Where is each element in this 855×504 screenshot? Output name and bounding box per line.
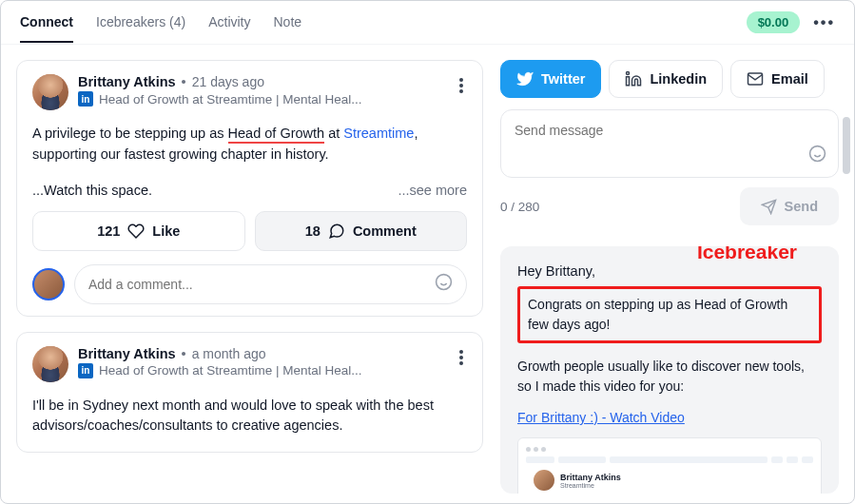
avatar[interactable] bbox=[32, 74, 68, 110]
avatar[interactable] bbox=[32, 346, 68, 382]
emoji-icon[interactable] bbox=[808, 145, 826, 167]
preview-greeting: Hey Brittany, bbox=[517, 263, 822, 279]
video-thumbnail[interactable]: Brittany Atkins Streamtime bbox=[517, 437, 822, 494]
comment-input-box[interactable] bbox=[74, 264, 467, 304]
post-menu-button[interactable] bbox=[456, 346, 467, 369]
tab-icebreakers[interactable]: Icebreakers (4) bbox=[96, 3, 185, 43]
channel-linkedin[interactable]: Linkedin bbox=[609, 60, 723, 98]
linkedin-badge-icon: in bbox=[78, 363, 93, 378]
thumbnail-name: Brittany Atkins bbox=[560, 473, 621, 482]
thumbnail-subtitle: Streamtime bbox=[560, 482, 621, 489]
post-menu-button[interactable] bbox=[456, 74, 467, 97]
twitter-icon bbox=[516, 70, 534, 87]
svg-point-0 bbox=[437, 274, 452, 289]
icebreaker-highlight: Congrats on stepping up as Head of Growt… bbox=[517, 286, 822, 343]
post-body-extra: ...Watch this space. bbox=[32, 183, 152, 198]
comment-input[interactable] bbox=[88, 277, 435, 292]
tab-connect[interactable]: Connect bbox=[20, 3, 73, 43]
feed-column: Brittany Atkins • 21 days ago in Head of… bbox=[1, 45, 493, 503]
linkedin-badge-icon: in bbox=[78, 91, 93, 107]
message-box[interactable] bbox=[500, 109, 839, 178]
heart-icon bbox=[127, 223, 145, 240]
main-tabs: Connect Icebreakers (4) Activity Note bbox=[20, 3, 301, 43]
post-subtitle: Head of Growth at Streamtime | Mental He… bbox=[99, 363, 362, 378]
linkedin-icon bbox=[625, 70, 642, 87]
channel-twitter[interactable]: Twitter bbox=[500, 60, 601, 98]
post-card: Brittany Atkins • 21 days ago in Head of… bbox=[16, 60, 483, 317]
post-subtitle: Head of Growth at Streamtime | Mental He… bbox=[99, 92, 362, 107]
post-author[interactable]: Brittany Atkins bbox=[78, 346, 176, 361]
like-button[interactable]: 121 Like bbox=[32, 211, 245, 251]
more-menu-button[interactable]: ••• bbox=[813, 14, 835, 31]
comment-icon bbox=[328, 223, 345, 240]
svg-point-6 bbox=[810, 146, 826, 162]
comment-button[interactable]: 18 Comment bbox=[255, 211, 468, 251]
post-body: I'll be in Sydney next month and would l… bbox=[32, 396, 467, 437]
compose-column: Twitter Linkedin Email 0 / 280 Send bbox=[493, 45, 854, 503]
svg-point-4 bbox=[627, 72, 630, 75]
post-company-link[interactable]: Streamtime bbox=[343, 126, 414, 141]
send-button[interactable]: Send bbox=[740, 187, 839, 225]
svg-rect-3 bbox=[627, 77, 630, 86]
channel-email[interactable]: Email bbox=[730, 60, 825, 98]
message-input[interactable] bbox=[515, 123, 825, 138]
top-bar: Connect Icebreakers (4) Activity Note $0… bbox=[1, 1, 854, 45]
thumbnail-avatar bbox=[534, 470, 554, 491]
tab-activity[interactable]: Activity bbox=[208, 3, 250, 43]
post-card: Brittany Atkins • a month ago in Head of… bbox=[16, 332, 483, 454]
scrollbar-thumb[interactable] bbox=[843, 117, 850, 174]
post-time: a month ago bbox=[192, 346, 266, 361]
preview-body: Growth people usually like to discover n… bbox=[517, 357, 822, 397]
post-author[interactable]: Brittany Atkins bbox=[78, 74, 176, 89]
see-more-button[interactable]: ...see more bbox=[398, 183, 467, 198]
video-link[interactable]: For Brittany :) - Watch Video bbox=[517, 410, 685, 425]
char-count: 0 / 280 bbox=[500, 200, 539, 214]
emoji-icon[interactable] bbox=[435, 273, 453, 296]
user-avatar[interactable] bbox=[32, 268, 65, 300]
send-icon bbox=[761, 199, 777, 215]
icebreaker-label: Icebreaker bbox=[697, 246, 797, 263]
balance-pill[interactable]: $0.00 bbox=[747, 11, 801, 33]
tab-note[interactable]: Note bbox=[274, 3, 302, 43]
message-preview: Icebreaker Hey Brittany, Congrats on ste… bbox=[500, 246, 839, 494]
channel-tabs: Twitter Linkedin Email bbox=[500, 60, 839, 98]
post-body: A privilege to be stepping up as Head of… bbox=[32, 124, 467, 165]
post-time: 21 days ago bbox=[192, 74, 264, 89]
highlight: Head of Growth bbox=[228, 126, 325, 144]
email-icon bbox=[747, 70, 764, 87]
